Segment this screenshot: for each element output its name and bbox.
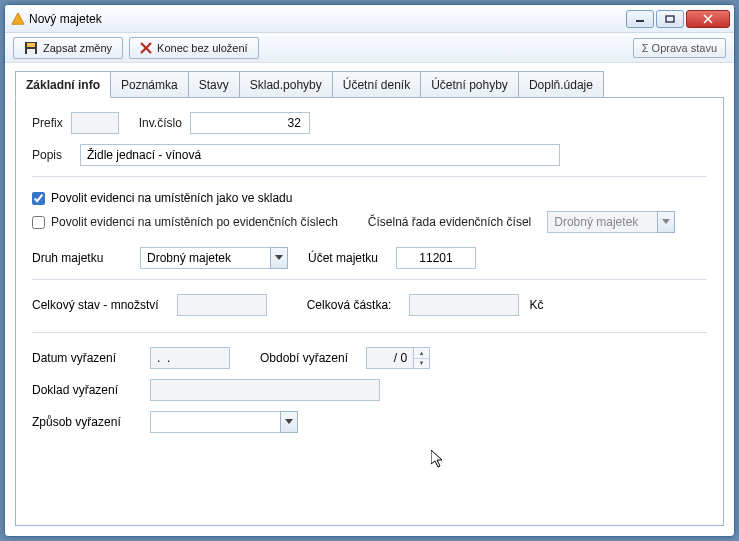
doklad-label: Doklad vyřazení xyxy=(32,383,132,397)
evnum-checkbox-label: Povolit evidenci na umístěních po eviden… xyxy=(51,215,338,229)
castka-input[interactable] xyxy=(409,294,519,316)
inv-number-label: Inv.číslo xyxy=(139,116,182,130)
svg-marker-11 xyxy=(275,255,283,260)
zpusob-combo[interactable] xyxy=(150,411,298,433)
datum-vyrazeni-label: Datum vyřazení xyxy=(32,351,132,365)
svg-rect-1 xyxy=(636,20,644,22)
obdobi-label: Období vyřazení xyxy=(260,351,348,365)
titlebar[interactable]: Nový majetek xyxy=(5,5,734,33)
castka-unit: Kč xyxy=(529,298,543,312)
save-button[interactable]: Zapsat změny xyxy=(13,37,123,59)
prefix-label: Prefix xyxy=(32,116,63,130)
svg-marker-12 xyxy=(285,419,293,424)
location-checkbox-row[interactable]: Povolit evidenci na umístěních jako ve s… xyxy=(32,191,707,205)
separator xyxy=(32,279,707,280)
obdobi-input[interactable] xyxy=(366,347,414,369)
svg-rect-7 xyxy=(27,49,35,54)
tab-ucetni-pohyby[interactable]: Účetní pohyby xyxy=(420,71,519,97)
inv-number-input[interactable] xyxy=(190,112,310,134)
chevron-down-icon[interactable] xyxy=(280,411,298,433)
evnum-checkbox[interactable] xyxy=(32,216,45,229)
tab-stavy[interactable]: Stavy xyxy=(188,71,240,97)
separator xyxy=(32,332,707,333)
svg-marker-13 xyxy=(431,450,442,467)
tab-ucetni-denik[interactable]: Účetní deník xyxy=(332,71,421,97)
tab-dopln-udaje[interactable]: Doplň.údaje xyxy=(518,71,604,97)
evnum-combo[interactable] xyxy=(547,211,675,233)
mouse-cursor-icon xyxy=(431,450,447,470)
ucet-label: Účet majetku xyxy=(308,251,378,265)
location-checkbox[interactable] xyxy=(32,192,45,205)
evnum-checkbox-row[interactable]: Povolit evidenci na umístěních po eviden… xyxy=(32,215,338,229)
popis-input[interactable] xyxy=(80,144,560,166)
evnum-range-label: Číselná řada evidenčních čísel xyxy=(368,215,531,229)
svg-marker-0 xyxy=(12,12,24,23)
tab-strip: Základní info Poznámka Stavy Sklad.pohyb… xyxy=(15,71,724,97)
druh-combo-input[interactable] xyxy=(140,247,270,269)
status-button[interactable]: Σ Oprava stavu xyxy=(633,38,726,58)
svg-rect-2 xyxy=(666,16,674,22)
obdobi-spinner[interactable]: ▲ ▼ xyxy=(414,347,430,369)
close-button[interactable] xyxy=(686,10,730,28)
popis-label: Popis xyxy=(32,148,72,162)
app-icon xyxy=(11,12,25,26)
cancel-button[interactable]: Konec bez uložení xyxy=(129,37,259,59)
toolbar: Zapsat změny Konec bez uložení Σ Oprava … xyxy=(5,33,734,63)
spinner-down-icon[interactable]: ▼ xyxy=(414,359,429,369)
zpusob-combo-input[interactable] xyxy=(150,411,280,433)
maximize-button[interactable] xyxy=(656,10,684,28)
location-checkbox-label: Povolit evidenci na umístěních jako ve s… xyxy=(51,191,292,205)
spinner-up-icon[interactable]: ▲ xyxy=(414,348,429,359)
chevron-down-icon[interactable] xyxy=(270,247,288,269)
tab-zakladni-info[interactable]: Základní info xyxy=(15,71,111,98)
minimize-button[interactable] xyxy=(626,10,654,28)
castka-label: Celková částka: xyxy=(307,298,392,312)
mnozstvi-input[interactable] xyxy=(177,294,267,316)
cancel-icon xyxy=(140,42,152,54)
tab-panel: Prefix Inv.číslo Popis Povolit evidenci … xyxy=(15,97,724,526)
zpusob-label: Způsob vyřazení xyxy=(32,415,132,429)
content-area: Základní info Poznámka Stavy Sklad.pohyb… xyxy=(5,63,734,536)
window-title: Nový majetek xyxy=(29,12,102,26)
save-icon xyxy=(24,41,38,55)
datum-vyrazeni-input[interactable] xyxy=(150,347,230,369)
separator xyxy=(32,176,707,177)
svg-rect-6 xyxy=(27,43,35,47)
druh-combo[interactable] xyxy=(140,247,288,269)
tab-poznamka[interactable]: Poznámka xyxy=(110,71,189,97)
mnozstvi-label: Celkový stav - množství xyxy=(32,298,159,312)
ucet-input[interactable] xyxy=(396,247,476,269)
chevron-down-icon[interactable] xyxy=(657,211,675,233)
evnum-combo-input[interactable] xyxy=(547,211,657,233)
doklad-input[interactable] xyxy=(150,379,380,401)
svg-marker-10 xyxy=(662,219,670,224)
druh-label: Druh majetku xyxy=(32,251,122,265)
tab-sklad-pohyby[interactable]: Sklad.pohyby xyxy=(239,71,333,97)
app-window: Nový majetek Zapsat změny Konec bez ulož… xyxy=(4,4,735,537)
prefix-input[interactable] xyxy=(71,112,119,134)
